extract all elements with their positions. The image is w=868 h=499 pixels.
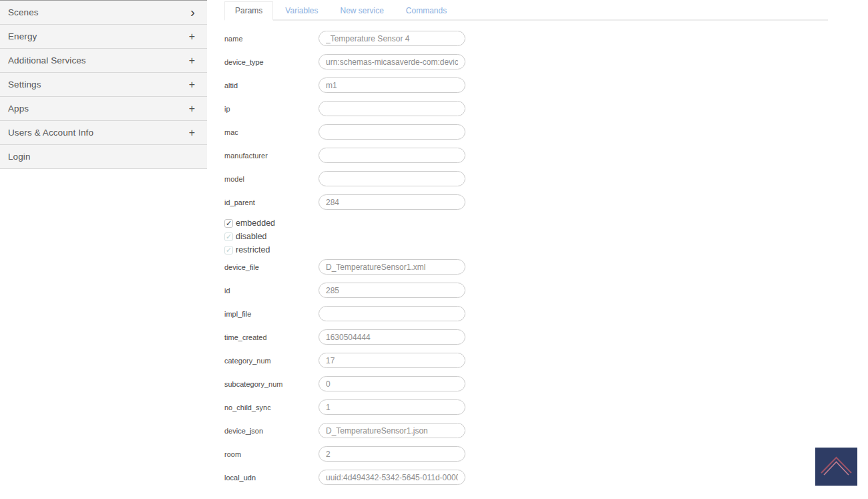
tab-variables[interactable]: Variables (275, 1, 328, 19)
subcategory-num-input[interactable] (318, 376, 465, 391)
tab-new-service[interactable]: New service (330, 1, 393, 19)
device-params-form: namedevice_typealtidipmacmanufacturermod… (224, 31, 828, 485)
check-icon: ✓ (224, 246, 233, 255)
device-type-input[interactable] (318, 54, 465, 69)
form-row-impl-file: impl_file (224, 306, 828, 321)
sidebar-item-label: Settings (8, 79, 41, 90)
field-label-manufacturer: manufacturer (224, 152, 318, 160)
form-row-time-created: time_created (224, 329, 828, 345)
plus-icon: + (189, 128, 195, 138)
sidebar-item-label: Additional Services (8, 55, 86, 65)
form-row-model: model (224, 171, 828, 186)
manufacturer-input[interactable] (318, 148, 465, 163)
field-label-ip: ip (224, 105, 318, 113)
sidebar-item-label: Login (8, 152, 31, 162)
plus-icon: + (189, 104, 195, 114)
check-icon: ✓ (224, 219, 233, 228)
sidebar-item-label: Scenes (8, 7, 39, 17)
field-label-device-file: device_file (224, 263, 318, 271)
field-label-no-child-sync: no_child_sync (224, 403, 318, 411)
checkbox-disabled[interactable]: ✓disabled (224, 230, 828, 243)
no-child-sync-input[interactable] (318, 399, 465, 415)
field-label-model: model (224, 175, 318, 183)
field-label-local-udn: local_udn (224, 474, 318, 482)
ip-input[interactable] (318, 101, 465, 116)
field-label-time-created: time_created (224, 333, 318, 341)
field-label-name: name (224, 35, 318, 43)
sidebar-item-users-account-info[interactable]: Users & Account Info+ (0, 121, 207, 145)
checkbox-label: disabled (236, 232, 267, 241)
form-row-id-parent: id_parent (224, 194, 828, 210)
form-row-name: name (224, 31, 828, 46)
checkbox-label: embedded (236, 218, 275, 228)
tab-bar: ParamsVariablesNew serviceCommands (224, 1, 828, 21)
impl-file-input[interactable] (318, 306, 465, 321)
form-row-ip: ip (224, 101, 828, 116)
sidebar: Scenes›Energy+Additional Services+Settin… (0, 0, 207, 169)
form-row-device-type: device_type (224, 54, 828, 69)
field-label-category-num: category_num (224, 357, 318, 365)
chevron-right-icon: › (190, 5, 195, 19)
form-row-room: room (224, 446, 828, 462)
tab-params[interactable]: Params (224, 1, 273, 21)
form-row-no-child-sync: no_child_sync (224, 399, 828, 415)
form-row-local-udn: local_udn (224, 470, 828, 485)
sidebar-item-label: Apps (8, 104, 29, 114)
id-parent-input[interactable] (318, 194, 465, 210)
plus-icon: + (189, 31, 195, 42)
plus-icon: + (189, 79, 195, 90)
sidebar-item-additional-services[interactable]: Additional Services+ (0, 49, 207, 73)
altid-input[interactable] (318, 77, 465, 93)
field-label-room: room (224, 450, 318, 458)
local-udn-input[interactable] (318, 470, 465, 485)
field-label-device-json: device_json (224, 427, 318, 435)
chevron-up-icon (815, 448, 857, 486)
form-row-mac: mac (224, 124, 828, 140)
form-row-id: id (224, 283, 828, 298)
field-label-mac: mac (224, 128, 318, 136)
form-row-device-file: device_file (224, 259, 828, 275)
id-input[interactable] (318, 283, 465, 298)
mac-input[interactable] (318, 124, 465, 140)
form-row-subcategory-num: subcategory_num (224, 376, 828, 391)
tab-commands[interactable]: Commands (396, 1, 457, 19)
checkbox-restricted[interactable]: ✓restricted (224, 243, 828, 257)
field-label-subcategory-num: subcategory_num (224, 380, 318, 388)
sidebar-item-energy[interactable]: Energy+ (0, 25, 207, 49)
check-icon: ✓ (224, 232, 233, 241)
device-file-input[interactable] (318, 259, 465, 275)
name-input[interactable] (318, 31, 465, 46)
sidebar-item-label: Energy (8, 31, 37, 41)
sidebar-item-scenes[interactable]: Scenes› (0, 1, 207, 25)
category-num-input[interactable] (318, 353, 465, 368)
checkbox-embedded[interactable]: ✓embedded (224, 216, 828, 230)
form-row-altid: altid (224, 77, 828, 93)
sidebar-item-label: Users & Account Info (8, 128, 93, 138)
field-label-altid: altid (224, 81, 318, 90)
form-row-manufacturer: manufacturer (224, 148, 828, 163)
time-created-input[interactable] (318, 329, 465, 345)
field-label-id-parent: id_parent (224, 198, 318, 206)
scroll-to-top-button[interactable] (815, 448, 857, 486)
field-label-impl-file: impl_file (224, 310, 318, 318)
model-input[interactable] (318, 171, 465, 186)
form-row-device-json: device_json (224, 423, 828, 438)
plus-icon: + (189, 55, 195, 66)
checkbox-group: ✓embedded✓disabled✓restricted (224, 216, 828, 257)
sidebar-item-login[interactable]: Login (0, 145, 207, 169)
device-json-input[interactable] (318, 423, 465, 438)
form-row-category-num: category_num (224, 353, 828, 368)
main-content: ParamsVariablesNew serviceCommands named… (224, 1, 828, 493)
room-input[interactable] (318, 446, 465, 462)
sidebar-item-apps[interactable]: Apps+ (0, 97, 207, 121)
field-label-id: id (224, 287, 318, 295)
checkbox-label: restricted (236, 245, 270, 255)
field-label-device-type: device_type (224, 58, 318, 66)
sidebar-item-settings[interactable]: Settings+ (0, 73, 207, 97)
